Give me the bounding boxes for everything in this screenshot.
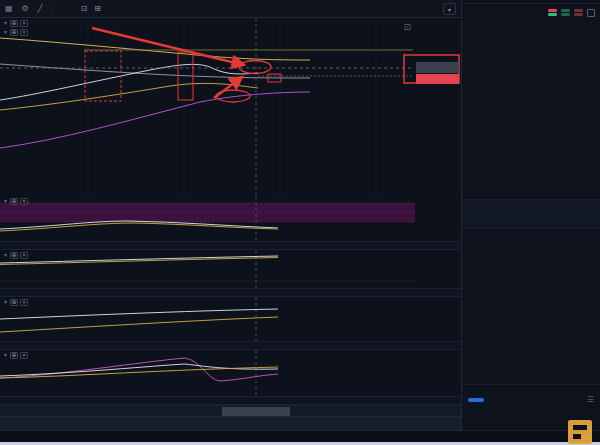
layout-icon[interactable] [587, 9, 595, 17]
chart-toolbar: ▦ ⚙ ╱ | ⊡ ⊞ [0, 0, 461, 18]
stochrsi-close-icon[interactable]: × [20, 198, 28, 205]
crosshair-price-box [416, 62, 459, 73]
kdj-k-line [0, 364, 278, 376]
book-footer: ☰ [462, 384, 600, 414]
kdj-close-icon[interactable]: × [20, 352, 28, 359]
indicator-tabbar [0, 341, 461, 350]
main-chart-canvas[interactable] [0, 18, 461, 196]
settings-small-icon[interactable]: ☰ [587, 395, 594, 404]
macd-canvas[interactable] [0, 250, 461, 288]
kdj-settings-icon[interactable]: ⊕ [10, 352, 18, 359]
boll-lower-line [0, 92, 310, 148]
bid-list [462, 229, 600, 384]
annotation-rect-1[interactable] [85, 51, 121, 101]
book-headers [462, 33, 600, 44]
stochrsi-canvas[interactable] [0, 196, 461, 241]
kdj-panel: ▾ ⊕× [0, 350, 461, 396]
new-window-icon[interactable]: ⊞ [94, 4, 101, 13]
ma-panel-close-icon[interactable]: × [20, 299, 28, 306]
bottom-tab-bar [0, 416, 461, 430]
pencil-icon: ╱ [38, 4, 43, 13]
annotation-arrow-2[interactable] [214, 77, 242, 98]
settings-button[interactable]: ⚙ [22, 4, 31, 13]
jinse-logo-icon [568, 420, 592, 444]
book-tab-bar [462, 4, 600, 21]
fullscreen-icon[interactable]: ⊡ [81, 4, 88, 13]
annotation-ellipse-450[interactable] [239, 61, 271, 74]
book-mode-buy-icon[interactable] [561, 8, 570, 17]
order-book-panel: ☰ [461, 0, 600, 430]
indicator-icon: ▦ [5, 4, 13, 13]
kdj-canvas[interactable] [0, 350, 461, 396]
boll-close-icon[interactable]: × [20, 20, 28, 27]
weibi-row [462, 21, 600, 33]
boll-upper-line [0, 38, 310, 60]
annotation-arrow-1[interactable] [92, 28, 244, 65]
time-axis[interactable] [0, 405, 461, 416]
ma30-line [0, 83, 258, 110]
book-mode-split-icon[interactable] [548, 8, 557, 17]
ma-canvas[interactable] [0, 297, 461, 341]
stochrsi-d-line [0, 223, 278, 231]
kdj-d-line [0, 367, 278, 378]
grid-lines [88, 18, 376, 196]
window-mode-button[interactable] [443, 3, 456, 15]
macd-close-icon[interactable]: × [20, 252, 28, 259]
last-price-tag [416, 74, 459, 84]
trading-app: ▦ ⚙ ╱ | ⊡ ⊞ [0, 0, 600, 445]
last-price-block [462, 199, 600, 229]
ma-panel: ▾ ⊕× [0, 297, 461, 341]
indicator-tabbar [0, 288, 461, 297]
draw-line-button[interactable]: ╱ [38, 4, 45, 13]
macd-panel: ▾ ⊕× [0, 250, 461, 288]
ma-panel-settings-icon[interactable]: ⊕ [10, 299, 18, 306]
indicator-tool-button[interactable]: ▦ [5, 4, 15, 13]
annotation-ellipse-437[interactable] [216, 90, 250, 102]
kdj-j-line [0, 358, 278, 381]
normal-order-button[interactable] [468, 398, 484, 402]
macd-dea-line [0, 258, 278, 265]
ma-panel-ma7-line [0, 309, 278, 319]
crosshair-time-tooltip [222, 407, 290, 416]
toolbar-divider: | [52, 4, 54, 13]
macd-settings-icon[interactable]: ⊕ [10, 252, 18, 259]
indicator-tabbar [0, 241, 461, 250]
stochrsi-panel: ▾ ⊕× [0, 196, 461, 241]
watermark [568, 420, 597, 444]
macd-dif-line [0, 256, 278, 263]
ask-list [462, 44, 600, 199]
ma-close-icon[interactable]: × [20, 29, 28, 36]
camera-icon[interactable]: ⊡ [403, 22, 411, 32]
gear-icon: ⚙ [22, 4, 29, 13]
main-chart-panel: ▾ ⊕× ▾ ⊕× ⊡ [0, 18, 461, 196]
book-mode-sell-icon[interactable] [574, 8, 583, 17]
news-ticker [0, 430, 600, 442]
indicator-tabbar [0, 396, 461, 405]
ma-panel-ma30-line [0, 317, 278, 332]
ma-settings-icon[interactable]: ⊕ [10, 29, 18, 36]
stochrsi-settings-icon[interactable]: ⊕ [10, 198, 18, 205]
boll-settings-icon[interactable]: ⊕ [10, 20, 18, 27]
